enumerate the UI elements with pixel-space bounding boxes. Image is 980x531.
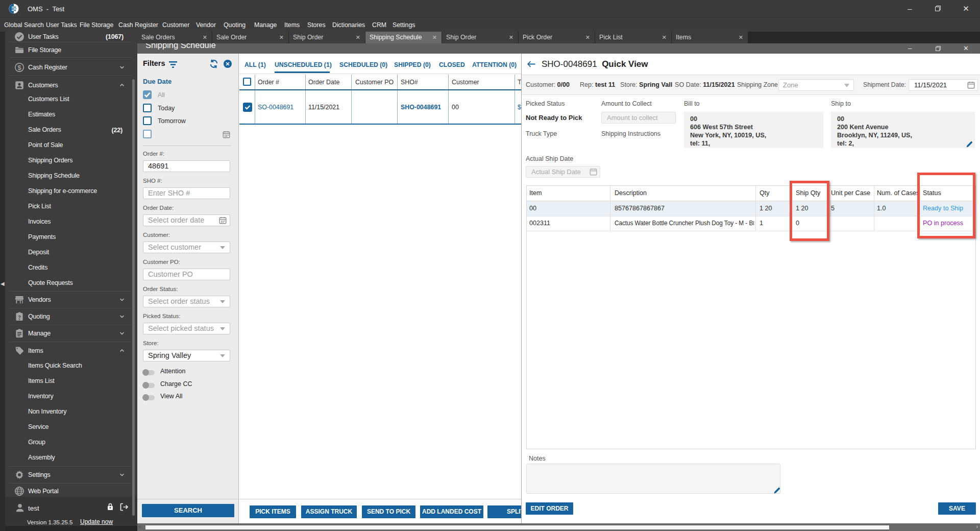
svg-text:$: $: [18, 64, 21, 71]
svg-text:?: ?: [18, 313, 21, 319]
